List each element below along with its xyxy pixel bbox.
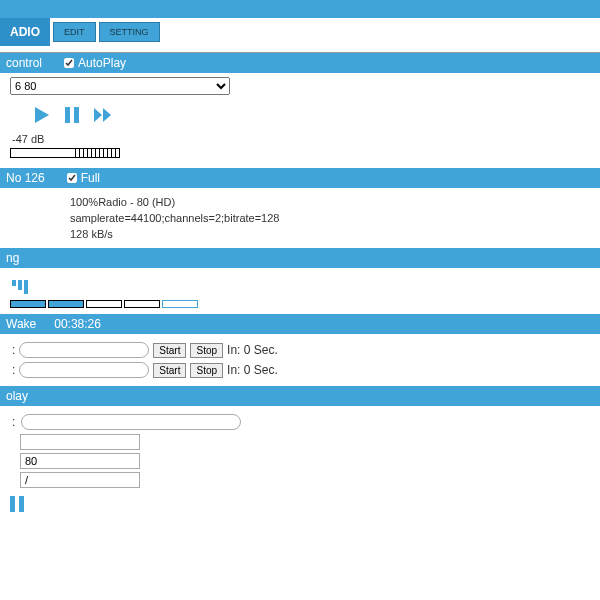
play-field-a[interactable] <box>20 434 140 450</box>
wake-content: : Start Stop In: 0 Sec. : Start Stop In:… <box>0 334 600 386</box>
transport-controls <box>32 105 600 125</box>
timer-input-2[interactable] <box>19 362 149 378</box>
tab-radio[interactable]: ADIO <box>0 18 50 46</box>
timer-row-2: : Start Stop In: 0 Sec. <box>12 362 600 378</box>
svg-rect-2 <box>74 107 79 123</box>
autoplay-checkbox-wrap[interactable]: AutoPlay <box>64 56 126 70</box>
ng-content <box>0 268 600 314</box>
play-label: : <box>12 415 15 429</box>
section-header-control: control AutoPlay <box>0 53 600 73</box>
timer-stop-2[interactable]: Stop <box>190 363 223 378</box>
section-title-control: control <box>6 56 42 70</box>
svg-marker-4 <box>103 108 111 122</box>
timer-start-1[interactable]: Start <box>153 343 186 358</box>
play-content: : <box>0 406 600 516</box>
timer-remaining-1: In: 0 Sec. <box>227 343 278 357</box>
timer-remaining-2: In: 0 Sec. <box>227 363 278 377</box>
timer-start-2[interactable]: Start <box>153 363 186 378</box>
play-stack <box>10 434 600 488</box>
section-title-ng: ng <box>6 251 19 265</box>
play-icon[interactable] <box>32 105 52 125</box>
station-select[interactable]: 6 80 <box>10 77 230 95</box>
volume-meter[interactable] <box>10 148 120 158</box>
timer-label-1: : <box>12 343 15 357</box>
svg-marker-0 <box>35 107 49 123</box>
play-path-input[interactable] <box>21 414 241 430</box>
next-icon[interactable] <box>92 105 114 125</box>
stream-name: 100%Radio - 80 (HD) <box>70 196 600 208</box>
pause-icon[interactable] <box>62 105 82 125</box>
section-header-play: olay <box>0 386 600 406</box>
bottom-pause-icon[interactable] <box>10 496 600 512</box>
section-header-ng: ng <box>0 248 600 268</box>
play-field-b[interactable] <box>20 453 140 469</box>
signal-icon <box>12 278 600 294</box>
section-header-wake: Wake 00:38:26 <box>0 314 600 334</box>
tab-bar: ADIO EDIT SETTING <box>0 18 600 46</box>
stream-no: No 126 <box>6 171 45 185</box>
stream-format: samplerate=44100;channels=2;bitrate=128 <box>70 212 600 224</box>
autoplay-label: AutoPlay <box>78 56 126 70</box>
timer-stop-1[interactable]: Stop <box>190 343 223 358</box>
section-title-wake: Wake <box>6 317 36 331</box>
section-header-stream: No 126 Full <box>0 168 600 188</box>
svg-rect-1 <box>65 107 70 123</box>
svg-marker-3 <box>94 108 102 122</box>
full-checkbox-wrap[interactable]: Full <box>67 171 100 185</box>
level-meter <box>10 300 600 308</box>
play-field-c[interactable] <box>20 472 140 488</box>
tab-setting[interactable]: SETTING <box>99 22 160 42</box>
play-input-row: : <box>12 414 600 430</box>
tab-edit[interactable]: EDIT <box>53 22 96 42</box>
timer-row-1: : Start Stop In: 0 Sec. <box>12 342 600 358</box>
volume-db: -47 dB <box>12 133 600 145</box>
timer-label-2: : <box>12 363 15 377</box>
control-content: 6 80 -47 dB <box>0 73 600 168</box>
timer-input-1[interactable] <box>19 342 149 358</box>
section-title-play: olay <box>6 389 28 403</box>
full-label: Full <box>81 171 100 185</box>
stream-bitrate: 128 kB/s <box>70 228 600 240</box>
top-decoration-bar <box>0 0 600 18</box>
full-checkbox[interactable] <box>67 173 77 183</box>
stream-content: 100%Radio - 80 (HD) samplerate=44100;cha… <box>0 188 600 248</box>
wake-clock: 00:38:26 <box>54 317 101 331</box>
autoplay-checkbox[interactable] <box>64 58 74 68</box>
